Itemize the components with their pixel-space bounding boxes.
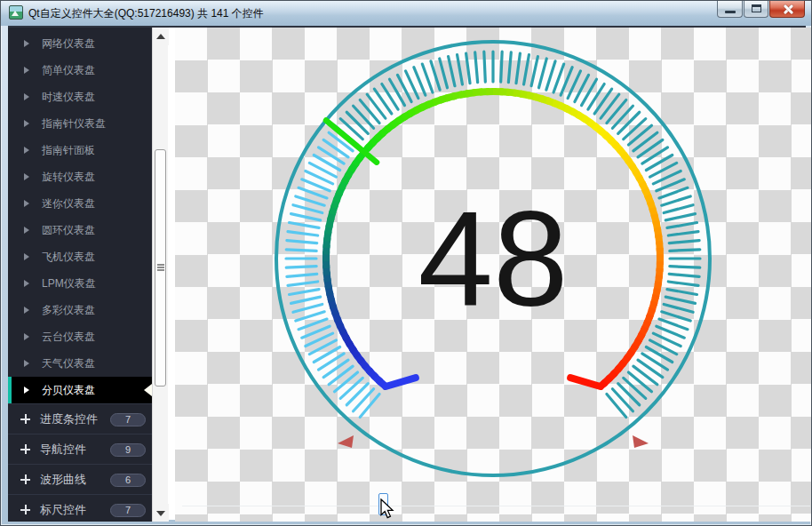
plus-icon: [20, 505, 30, 514]
maximize-button[interactable]: [744, 1, 768, 18]
selected-accent-bar: [8, 377, 12, 403]
maximize-icon: [752, 4, 761, 12]
arrow-down-icon: [156, 511, 165, 516]
canvas-area: 48: [175, 28, 812, 522]
sidebar-item[interactable]: 迷你仪表盘: [8, 190, 152, 217]
plus-icon: [20, 444, 30, 454]
sidebar-item-label: 指南针面板: [42, 143, 95, 158]
sidebar-item[interactable]: 天气仪表盘: [8, 350, 152, 377]
minimize-icon: [725, 11, 736, 13]
scroll-down-button[interactable]: [153, 504, 169, 522]
sidebar-item-label: 分贝仪表盘: [42, 383, 95, 398]
sidebar-item-label: 简单仪表盘: [42, 63, 95, 78]
sidebar-item[interactable]: 时速仪表盘: [8, 84, 152, 110]
chevron-right-icon: [24, 227, 29, 234]
chevron-right-icon: [24, 280, 29, 287]
chevron-right-icon: [24, 200, 29, 207]
sidebar-category-label: 标尺控件: [40, 502, 86, 518]
chevron-right-icon: [24, 360, 29, 367]
chevron-right-icon: [24, 120, 29, 127]
chevron-right-icon: [24, 387, 29, 394]
sidebar-item-label: 云台仪表盘: [42, 330, 95, 345]
count-badge: 7: [110, 504, 146, 517]
app-icon: [9, 5, 23, 20]
count-badge: 9: [110, 443, 146, 457]
app-window: Qt自定义控件大全(QQ:517216493) 共 141 个控件 网络仪表盘 …: [0, 0, 812, 526]
plus-icon: [20, 414, 30, 424]
count-badge: 6: [110, 474, 146, 487]
value-slider-track[interactable]: [182, 506, 810, 506]
sidebar-item-label: 指南针仪表盘: [42, 116, 106, 132]
sidebar-category[interactable]: 标尺控件 7: [8, 494, 152, 522]
value-slider-handle[interactable]: [378, 493, 388, 515]
sidebar-item-list: 网络仪表盘 简单仪表盘 时速仪表盘 指南针仪表盘 指南针面板 旋转仪表盘 迷你仪…: [8, 30, 152, 403]
close-button[interactable]: [769, 1, 805, 18]
sidebar-category[interactable]: 导航控件 9: [8, 434, 152, 464]
selected-marker-icon: [144, 384, 152, 396]
sidebar-category-label: 波形曲线: [40, 472, 86, 488]
sidebar-item[interactable]: 多彩仪表盘: [8, 297, 152, 323]
thumb-grip-icon: [157, 264, 164, 266]
arrow-up-icon: [156, 34, 165, 39]
sidebar-item[interactable]: 指南针面板: [8, 137, 152, 163]
sidebar-item-label: 圆环仪表盘: [42, 223, 95, 238]
sidebar-scrollbar: [152, 28, 168, 522]
sidebar-category-label: 导航控件: [40, 442, 86, 458]
decibel-gauge: 48: [175, 28, 812, 522]
sidebar-item-label: LPM仪表盘: [42, 276, 96, 291]
sidebar-item[interactable]: 简单仪表盘: [8, 57, 152, 84]
chevron-right-icon: [24, 67, 29, 74]
chevron-right-icon: [24, 147, 29, 154]
chevron-right-icon: [24, 93, 29, 100]
chevron-right-icon: [24, 40, 29, 47]
chevron-right-icon: [24, 173, 29, 180]
sidebar: 网络仪表盘 简单仪表盘 时速仪表盘 指南针仪表盘 指南针面板 旋转仪表盘 迷你仪…: [8, 28, 152, 522]
count-badge: 7: [110, 413, 146, 426]
client-area: 网络仪表盘 简单仪表盘 时速仪表盘 指南针仪表盘 指南针面板 旋转仪表盘 迷你仪…: [8, 26, 806, 520]
sidebar-item-label: 飞机仪表盘: [42, 250, 95, 265]
sidebar-item[interactable]: 分贝仪表盘: [8, 377, 152, 403]
sidebar-item[interactable]: 旋转仪表盘: [8, 163, 152, 190]
window-title: Qt自定义控件大全(QQ:517216493) 共 141 个控件: [28, 6, 264, 21]
scrollbar-thumb[interactable]: [155, 149, 166, 387]
sidebar-category-list: 进度条控件 7 导航控件 9 波形曲线 6 标尺控件 7: [8, 403, 152, 522]
scroll-up-button[interactable]: [153, 28, 169, 45]
sidebar-item-label: 迷你仪表盘: [42, 196, 95, 211]
title-bar[interactable]: Qt自定义控件大全(QQ:517216493) 共 141 个控件: [1, 1, 812, 26]
sidebar-item[interactable]: 指南针仪表盘: [8, 110, 152, 137]
chevron-right-icon: [24, 253, 29, 260]
sidebar-category-label: 进度条控件: [40, 411, 98, 427]
sidebar-category[interactable]: 进度条控件 7: [8, 403, 152, 434]
chevron-right-icon: [24, 333, 29, 340]
sidebar-item-label: 时速仪表盘: [42, 90, 95, 105]
sidebar-category[interactable]: 波形曲线 6: [8, 464, 152, 494]
plus-icon: [20, 474, 30, 484]
sidebar-item-label: 多彩仪表盘: [42, 303, 95, 318]
sidebar-item[interactable]: 飞机仪表盘: [8, 243, 152, 270]
sidebar-item-label: 天气仪表盘: [42, 356, 95, 371]
gauge-value: 48: [418, 183, 568, 334]
sidebar-item-label: 旋转仪表盘: [42, 170, 95, 185]
minimize-button[interactable]: [717, 1, 743, 18]
sidebar-item[interactable]: 云台仪表盘: [8, 323, 152, 350]
close-icon: [783, 4, 792, 14]
chevron-right-icon: [24, 307, 29, 314]
sidebar-item[interactable]: 圆环仪表盘: [8, 217, 152, 243]
sidebar-item-label: 网络仪表盘: [42, 36, 95, 52]
sidebar-item[interactable]: 网络仪表盘: [8, 30, 152, 57]
sidebar-item[interactable]: LPM仪表盘: [8, 270, 152, 297]
